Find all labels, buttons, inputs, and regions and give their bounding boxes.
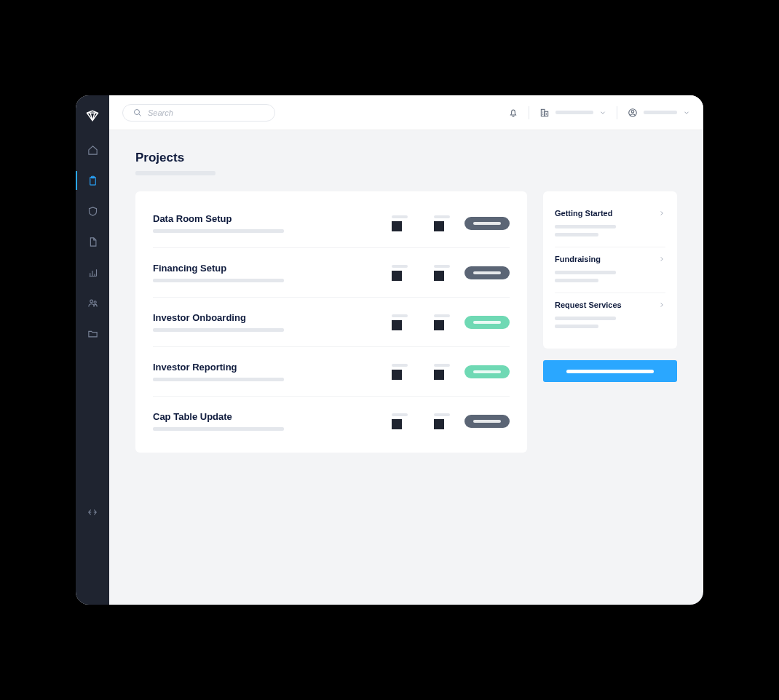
chevron-right-icon (658, 301, 665, 309)
nav-home[interactable] (76, 142, 109, 158)
chart-icon (87, 267, 98, 278)
chevron-right-icon (658, 210, 665, 217)
side-row[interactable]: Fundraising (555, 247, 665, 293)
svg-rect-6 (545, 111, 548, 116)
notifications-button[interactable] (508, 108, 518, 118)
cta-button[interactable] (543, 360, 677, 382)
team-icon (87, 298, 98, 309)
topbar-right (508, 106, 690, 119)
side-row-head: Getting Started (555, 209, 665, 218)
side-text-placeholder (555, 325, 598, 328)
nav-team[interactable] (76, 295, 109, 311)
stat-col (392, 364, 408, 380)
side-text-placeholder (555, 279, 598, 282)
stat-block (434, 320, 444, 330)
stat-block (392, 320, 402, 330)
side-row[interactable]: Getting Started (555, 202, 665, 247)
project-title: Investor Onboarding (153, 312, 392, 323)
stat-block (434, 221, 444, 231)
project-title: Financing Setup (153, 263, 392, 274)
page-header-area: Projects (109, 130, 703, 191)
org-switcher[interactable] (539, 108, 606, 118)
home-icon (87, 145, 98, 156)
project-row[interactable]: Data Room Setup (153, 199, 510, 248)
stat-col (434, 265, 450, 281)
project-row[interactable]: Financing Setup (153, 248, 510, 298)
stat-col (392, 215, 408, 231)
stat-block (392, 221, 402, 231)
stat-col (434, 364, 450, 380)
stat-block (392, 419, 402, 429)
side-row[interactable]: Request Services (555, 293, 665, 338)
status-pill (464, 316, 510, 329)
side-text-placeholder (555, 225, 616, 228)
side-title: Getting Started (555, 209, 612, 218)
svg-point-2 (90, 300, 92, 303)
search-box[interactable] (122, 104, 275, 122)
side-title: Fundraising (555, 255, 601, 263)
app-window: Projects Data Room Setup (76, 95, 703, 605)
side-column: Getting Started Fundraising (543, 191, 677, 453)
status-pill (464, 217, 510, 230)
search-icon (133, 108, 142, 117)
divider (617, 106, 617, 119)
page-title: Projects (135, 151, 677, 165)
logo (86, 103, 99, 129)
side-text-placeholder (555, 233, 598, 236)
cta-label-placeholder (566, 370, 654, 373)
nav-shield[interactable] (76, 203, 109, 219)
stat-col (434, 215, 450, 231)
svg-point-4 (135, 109, 140, 114)
project-row[interactable]: Investor Onboarding (153, 298, 510, 347)
user-name-placeholder (644, 111, 677, 114)
stat-block (392, 271, 402, 281)
side-text-placeholder (555, 271, 616, 274)
side-text-placeholder (555, 317, 616, 320)
bell-icon (508, 108, 518, 118)
page-subtitle-placeholder (135, 171, 215, 175)
project-title: Data Room Setup (153, 213, 392, 224)
project-stats (392, 265, 450, 281)
stat-block (434, 419, 444, 429)
stat-col (392, 314, 408, 330)
project-stats (392, 413, 450, 429)
chevron-down-icon (599, 109, 606, 116)
folder-icon (87, 328, 98, 339)
user-menu[interactable] (628, 108, 690, 118)
project-subtitle-placeholder (153, 328, 284, 332)
project-subtitle-placeholder (153, 427, 284, 431)
stat-block (392, 370, 402, 380)
nav-document[interactable] (76, 234, 109, 250)
side-title: Request Services (555, 301, 622, 309)
collapse-button[interactable] (87, 507, 98, 517)
topbar (109, 95, 703, 130)
project-title: Cap Table Update (153, 411, 392, 422)
project-subtitle-placeholder (153, 378, 284, 381)
sidebar (76, 95, 109, 605)
project-info: Investor Reporting (153, 362, 392, 381)
divider (529, 106, 529, 119)
project-row[interactable]: Cap Table Update (153, 397, 510, 445)
project-row[interactable]: Investor Reporting (153, 347, 510, 397)
nav-projects[interactable] (76, 172, 109, 188)
side-card: Getting Started Fundraising (543, 191, 677, 349)
project-stats (392, 364, 450, 380)
project-subtitle-placeholder (153, 229, 284, 233)
chevron-down-icon (683, 109, 690, 116)
building-icon (539, 108, 550, 118)
nav-folder[interactable] (76, 325, 109, 341)
user-icon (628, 108, 638, 118)
project-info: Investor Onboarding (153, 312, 392, 332)
stat-col (434, 314, 450, 330)
search-input[interactable] (148, 108, 264, 117)
nav-chart[interactable] (76, 264, 109, 280)
project-subtitle-placeholder (153, 279, 284, 282)
project-info: Data Room Setup (153, 213, 392, 233)
project-title: Investor Reporting (153, 362, 392, 373)
org-name-placeholder (555, 111, 593, 114)
project-info: Cap Table Update (153, 411, 392, 431)
stat-col (434, 413, 450, 429)
main: Projects Data Room Setup (109, 95, 703, 605)
document-icon (87, 236, 98, 247)
stat-block (434, 271, 444, 281)
